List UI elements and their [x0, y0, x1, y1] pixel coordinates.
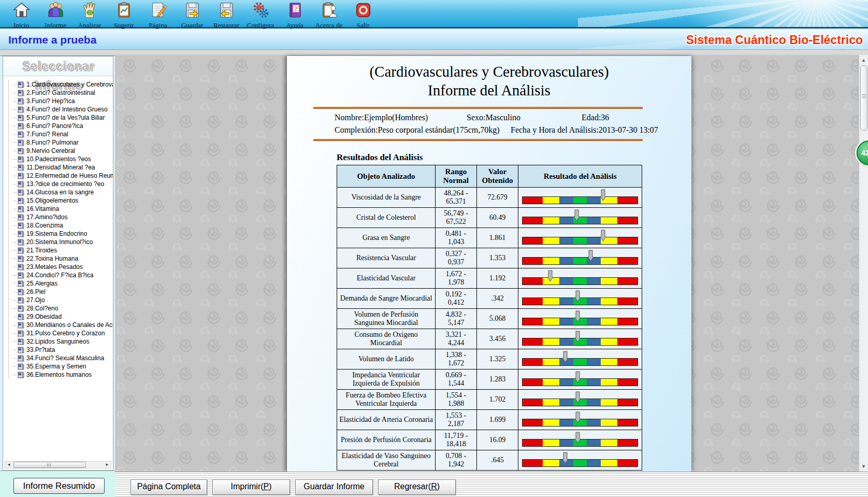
- clipboard-person-icon: [321, 2, 338, 21]
- toolbar-button-salir[interactable]: Salir: [346, 0, 380, 27]
- result-marker-arrow: [575, 310, 581, 325]
- sidebar-report-item[interactable]: H31.Pulso Cerebro y Corazon: [13, 329, 113, 337]
- sidebar-report-item[interactable]: H15.Oligoelementos: [13, 196, 113, 205]
- toolbar-button-informe[interactable]: Informe: [38, 0, 73, 27]
- sidebar-report-item[interactable]: H25.Alergias: [13, 279, 113, 288]
- result-color-bar: [522, 399, 638, 406]
- sidebar-report-item[interactable]: H10.Padecimientos ?eos: [13, 155, 113, 163]
- normal-range-value: 1,338 - 1,672: [436, 349, 477, 370]
- sidebar-report-item[interactable]: H24.Condici? F?ica B?ica: [13, 271, 113, 279]
- sidebar-report-item[interactable]: H36.Elementos humanos: [13, 371, 113, 379]
- normal-range-value: 56,749 - 67,522: [436, 208, 477, 228]
- sidebar-report-item[interactable]: H23.Metales Pesados: [13, 263, 113, 271]
- result-marker-arrow: [547, 270, 553, 285]
- people-report-icon: [47, 2, 64, 21]
- sidebar-report-item[interactable]: H35.Esperma y Semen: [13, 362, 113, 371]
- imprimir-button[interactable]: Imprimir(P): [212, 479, 290, 495]
- sidebar-report-item[interactable]: H2.Funci? Gastrointestinal: [13, 89, 113, 97]
- svg-text:H: H: [19, 190, 21, 193]
- guardar-informe-button[interactable]: Guardar Informe: [295, 479, 373, 495]
- sidebar-report-item[interactable]: H32.Lipidos Sanguineos: [13, 337, 113, 346]
- analyzed-item-name: Volumen de Latido: [337, 349, 436, 370]
- svg-text:H: H: [19, 323, 21, 325]
- scrollbar-thumb[interactable]: [860, 65, 867, 131]
- scrollbar-thumb[interactable]: [13, 462, 86, 468]
- scroll-right-arrow[interactable]: ►: [104, 462, 111, 468]
- result-bar-cell: [518, 349, 642, 370]
- toolbar-button-guardar[interactable]: Guardar: [175, 0, 209, 27]
- sidebar-report-item[interactable]: H5.Funci? de la Ves?ula Biliar: [13, 113, 113, 122]
- sidebar-report-item[interactable]: H16.Vitamina: [13, 205, 113, 213]
- normal-range-value: 0,669 - 1,544: [436, 370, 477, 390]
- sidebar-report-item[interactable]: H33.Pr?tata: [13, 346, 113, 354]
- sidebar-report-item[interactable]: H21.Tiroides: [13, 246, 113, 254]
- vertical-scrollbar[interactable]: ▲ ▼: [859, 55, 868, 472]
- sidebar-report-item[interactable]: H4.Funci? del Intestino Grueso: [13, 105, 113, 113]
- column-header-rango: Rango Normal: [436, 165, 477, 188]
- svg-text:H: H: [19, 373, 21, 375]
- result-color-bar: [522, 237, 638, 245]
- sidebar-report-item[interactable]: H9.Nervio Cerebral: [13, 147, 113, 155]
- sidebar-report-item[interactable]: H28.Col?eno: [13, 304, 113, 313]
- table-row: Presión de Perfusión Coronaria 11,719 - …: [337, 430, 642, 450]
- sidebar-report-item[interactable]: H6.Funci? Pancre?ica: [13, 122, 113, 130]
- toolbar-button-pagina[interactable]: Página: [141, 0, 175, 27]
- result-bar-cell: [518, 208, 642, 228]
- sidebar-report-item[interactable]: H3.Funci? Hep?ica: [13, 97, 113, 105]
- sidebar-report-item[interactable]: H7.Funci? Renal: [13, 130, 113, 138]
- sidebar-report-item[interactable]: H11.Densidad Mineral ?ea: [13, 163, 113, 172]
- analyzed-item-name: Resistencia Vascular: [337, 248, 436, 268]
- sidebar-header: Seleccionar Informe: [3, 56, 113, 76]
- sidebar-report-item[interactable]: H19.Sistema Endocrino: [13, 230, 113, 238]
- analyzed-item-name: Elasticidad de Vaso Sanguineo Cerebral: [337, 450, 436, 471]
- svg-text:H: H: [19, 331, 21, 334]
- scroll-down-arrow[interactable]: ▼: [859, 462, 868, 471]
- horizontal-scrollbar[interactable]: ◄ ►: [5, 461, 111, 468]
- toolbar-button-acerca-de[interactable]: Acerca de: [312, 0, 346, 27]
- table-row: Volumen de Perfusión Sanguinea Miocardia…: [337, 309, 642, 329]
- sidebar-report-item[interactable]: H34.Funci? Sexual Masculina: [13, 354, 113, 362]
- sidebar-report-item[interactable]: H29.Obesidad: [13, 313, 113, 321]
- table-row: Elasticidad de Arteria Coronaria 1,553 -…: [337, 410, 642, 430]
- sidebar-report-item[interactable]: H20.Sistema Inmunol?ico: [13, 238, 113, 246]
- svg-text:H: H: [19, 91, 21, 93]
- result-marker-arrow: [562, 351, 568, 365]
- obtained-value: 72.679: [476, 188, 518, 208]
- toolbar-button-analizar[interactable]: Analizar: [73, 0, 107, 27]
- sidebar-report-item[interactable]: H26.Piel: [13, 288, 113, 296]
- toolbar-button-configura[interactable]: Configura: [243, 0, 278, 27]
- result-color-bar: [522, 277, 638, 285]
- scroll-up-arrow[interactable]: ▲: [859, 56, 868, 64]
- report-title-line2: Informe del Análisis: [287, 82, 691, 99]
- app-brand-title: Sistema Cuántico Bio-Eléctrico: [686, 33, 863, 47]
- toolbar-button-restaurar[interactable]: Restaurar: [209, 0, 243, 27]
- result-color-bar: [522, 257, 638, 265]
- sidebar-report-item[interactable]: H12.Enfermedad de Hueso Reumatoide: [13, 172, 113, 180]
- result-color-bar: [522, 297, 638, 305]
- result-color-bar: [522, 439, 638, 447]
- analyzed-item-name: Grasa en Sangre: [337, 228, 436, 248]
- sidebar-report-item[interactable]: H13.?dice de crecimiento ?eo: [13, 180, 113, 188]
- svg-text:H: H: [19, 116, 21, 118]
- result-marker-arrow: [575, 290, 581, 305]
- sidebar-report-item[interactable]: H18.Coenzima: [13, 221, 113, 230]
- result-color-bar: [522, 338, 638, 346]
- regresar-button[interactable]: Regresar(R): [378, 479, 456, 495]
- toolbar-button-ayuda[interactable]: ? Ayuda: [278, 0, 312, 27]
- result-bar-cell: [518, 430, 642, 450]
- sidebar-report-item[interactable]: H1.Cardiovasculares y Cerebrovasculares: [13, 80, 113, 89]
- pagina-completa-button[interactable]: Página Completa: [131, 479, 207, 495]
- sidebar-report-item[interactable]: H8.Funci? Pulmonar: [13, 138, 113, 147]
- sidebar-report-item[interactable]: H22.Toxina Humana: [13, 254, 113, 263]
- sidebar-report-item[interactable]: H17.Amino?idos: [13, 213, 113, 221]
- toolbar-button-inicio[interactable]: Inicio: [4, 0, 38, 27]
- scroll-left-arrow[interactable]: ◄: [5, 462, 12, 468]
- sidebar-report-item[interactable]: H30.Meridianos o Canales de Acupuntura: [13, 321, 113, 329]
- svg-text:H: H: [19, 339, 21, 342]
- sidebar-report-item[interactable]: H27.Ojo: [13, 296, 113, 304]
- normal-range-value: 4,832 - 5,147: [436, 309, 477, 329]
- toolbar-button-sugerir[interactable]: Sugerir: [107, 0, 141, 27]
- sidebar-report-item[interactable]: H14.Glucosa en la sangre: [13, 188, 113, 196]
- informe-resumido-button[interactable]: Informe Resumido: [13, 478, 105, 494]
- obtained-value: 1.861: [476, 228, 518, 248]
